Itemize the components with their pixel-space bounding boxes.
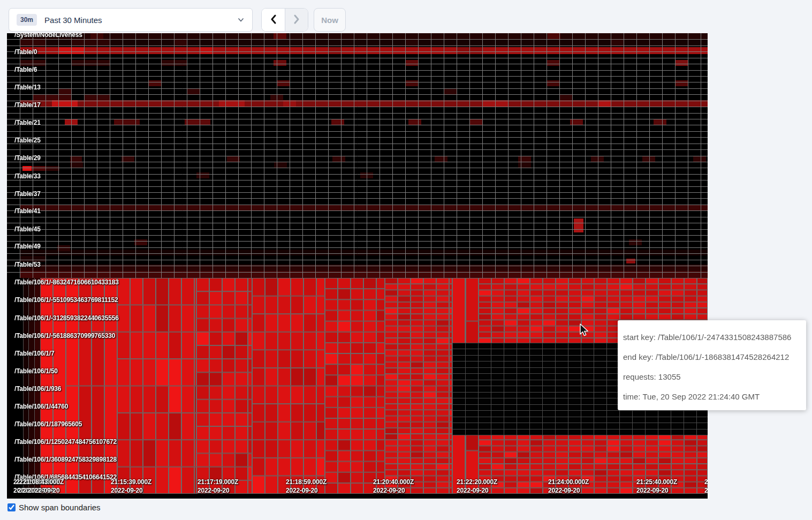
show-span-boundaries-label: Show span boundaries [19, 503, 101, 512]
prev-window-button[interactable] [262, 9, 285, 31]
tooltip-time: time: Tue, 20 Sep 2022 21:24:40 GMT [623, 387, 801, 406]
chevron-down-icon [237, 16, 245, 24]
hover-tooltip: start key: /Table/106/1/-247433150824388… [618, 320, 806, 410]
tooltip-requests: requests: 13055 [623, 367, 801, 387]
tooltip-start-key: start key: /Table/106/1/-247433150824388… [623, 327, 801, 347]
show-span-boundaries-row[interactable]: Show span boundaries [7, 503, 101, 512]
show-span-boundaries-checkbox[interactable] [7, 503, 16, 511]
time-window-label: Past 30 Minutes [44, 16, 237, 25]
tooltip-end-key: end key: /Table/106/1/-18683814745282642… [623, 347, 801, 367]
chevron-left-icon [269, 14, 278, 26]
key-visualizer: /System/NodeLiveness/Table/0/Table/6/Tab… [0, 33, 708, 499]
toolbar: 30m Past 30 Minutes Now [0, 0, 812, 33]
now-button[interactable]: Now [314, 8, 346, 32]
time-nav-group [261, 8, 308, 32]
time-window-select[interactable]: 30m Past 30 Minutes [9, 8, 253, 32]
heatmap-canvas[interactable] [7, 33, 708, 499]
chevron-right-icon [292, 14, 301, 26]
next-window-button[interactable] [285, 9, 308, 31]
time-window-badge: 30m [17, 14, 37, 26]
